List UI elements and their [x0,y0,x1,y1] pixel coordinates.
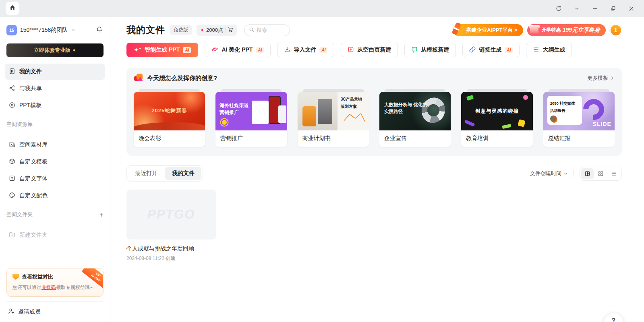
upgrade-pro-label: 立即体验专业版 [34,47,70,54]
ai-badge: AI [183,47,191,53]
benefits-desc: 您还可以通过兑换码领取专属权益哦~ [12,284,97,291]
template-label: 晚会表彰 [134,130,205,147]
upgrade-pro-button[interactable]: 立即体验专业版 ✦ [6,43,104,57]
sidebar-item-ppt-templates[interactable]: PPT模板 [5,97,105,114]
page-title: 我的文件 [126,24,165,36]
points-badge[interactable]: ✦ 2000点 [197,25,237,36]
sort-dropdown[interactable]: 文件创建时间 [530,170,568,177]
view-toggle-group [580,167,622,181]
close-icon[interactable] [628,6,634,12]
file-card[interactable]: PPTGO 个人成就与挑战之年度回顾 2024-08-08 11:22 创建 [126,190,216,262]
import-file-button[interactable]: 导入文件 AI [277,43,334,57]
new-blank-page-button[interactable]: 从空白页新建 [341,43,398,57]
search-box[interactable] [244,24,290,36]
template-plus-icon [411,46,418,54]
smart-generate-ppt-button[interactable]: ✦✦ 智能生成 PPT AI [126,43,198,57]
home-tab-button[interactable] [6,2,19,15]
ai-badge: AI [319,47,327,53]
action-label: 导入文件 [294,46,316,54]
template-label: 企业宣传 [379,130,451,147]
plan-badge: 免费版 [170,25,192,35]
template-card-summary-report[interactable]: 2050 社交媒体 活动报告 SLIDE 总结汇报 [543,89,615,147]
view-list-button[interactable] [608,168,620,179]
add-folder-icon[interactable]: + [99,211,104,218]
generate-from-link-button[interactable]: 链接生成 AI [462,43,520,57]
creative-banner: 今天想怎么发挥你的创意? 更多模板 2025蛇舞新春 晚会表彰 [126,68,622,156]
template-card-marketing[interactable]: 海外社媒渠道营销推广 营销推广 [215,89,287,147]
enterprise-aippt-banner[interactable]: 搭建企业AIPPT平台 > [453,24,523,36]
sidebar-item-my-files[interactable]: 我的文件 [5,64,105,80]
share-icon [9,85,15,93]
user-avatar[interactable]: 1 [610,24,622,36]
template-card-education[interactable]: 创意与灵感的碰撞 教育培训 [461,89,532,147]
sidebar-item-label: 自定义字体 [19,175,48,182]
more-templates-link[interactable]: 更多模板 [587,74,615,82]
sidebar-item-custom-colors[interactable]: 自定义配色 [5,188,105,204]
template-card-corporate[interactable]: 大数据分析与 优化的实践路径 企业宣传 [379,89,451,147]
tab-recently-opened[interactable]: 最近打开 [128,167,164,180]
view-small-grid-button[interactable] [594,168,607,179]
points-label: 2000点 [206,27,223,34]
file-grid: PPTGO 个人成就与挑战之年度回顾 2024-08-08 11:22 创建 [126,190,622,262]
sidebar-item-custom-fonts[interactable]: 自定义字体 [5,171,105,187]
action-button-row: ✦✦ 智能生成 PPT AI AI 美化 PPT AI 导入文件 AI [126,43,622,57]
benefits-promo-card[interactable]: 查看权益对比 您还可以通过兑换码领取专属权益哦~ VIP AI PPT [6,268,104,297]
redeem-code-link[interactable]: 兑换码 [41,285,56,290]
ai-beautify-ppt-button[interactable]: AI 美化 PPT AI [205,43,271,57]
ai-badge: AI [505,47,513,53]
ai-badge: AI [256,47,264,53]
team-name[interactable]: 150****7158的团队 [20,27,68,34]
view-large-grid-button[interactable] [581,168,594,179]
action-label: 从空白页新建 [357,46,391,54]
sidebar: 15 150****7158的团队 立即体验专业版 ✦ 我的文件 [0,17,110,322]
template-icon [9,102,15,109]
folder-plus-icon [9,231,15,239]
planet-icon [211,46,218,54]
template-label: 营销推广 [215,130,287,147]
vip-shield-icon [12,274,19,280]
notification-bell-icon[interactable] [96,26,103,35]
file-created-time: 2024-08-08 11:22 创建 [126,255,216,262]
minimize-icon[interactable] [592,6,598,12]
template-label: 教育培训 [461,130,532,147]
chevron-down-icon[interactable] [574,6,580,12]
sort-label: 文件创建时间 [530,170,561,177]
template-card-business-plan[interactable]: 3C产品营销 策划方案 商业计划书 [298,89,369,147]
template-label: 总结汇报 [543,130,615,147]
tab-my-files[interactable]: 我的文件 [165,167,201,180]
main-content: 我的文件 免费版 ✦ 2000点 搭建企业AIPPT平台 > [110,17,644,322]
file-thumbnail: PPTGO [126,190,216,239]
home-icon [9,4,16,12]
sidebar-item-new-folder[interactable]: 新建文件夹 [5,227,105,243]
sidebar-item-shared-with-me[interactable]: 与我共享 [5,80,105,97]
invite-members-label: 邀请成员 [18,308,41,316]
search-input[interactable] [257,27,285,33]
action-label: 从模板新建 [421,46,449,54]
gift-icon [529,23,540,34]
palette-icon [9,192,15,200]
invite-members-button[interactable]: 邀请成员 [6,301,104,322]
restore-window-icon[interactable] [610,6,616,12]
cart-icon[interactable] [228,27,233,33]
sidebar-item-custom-templates[interactable]: 自定义模板 [5,154,105,170]
team-chevron-down-icon[interactable] [71,28,75,33]
banner-title: 今天想怎么发挥你的创意? [147,74,217,82]
benefits-title: 查看权益对比 [22,273,53,281]
template-thumbnail: 创意与灵感的碰撞 [461,92,532,130]
window-titlebar [0,0,644,17]
action-label: 大纲生成 [543,46,565,54]
sale-banner[interactable]: 开学特惠 199元立享终身 [527,24,606,36]
sale-banner-main: 199元立享终身 [563,27,600,34]
outline-generate-button[interactable]: 大纲生成 [526,43,572,57]
template-thumbnail: 3C产品营销 策划方案 [298,92,369,130]
enterprise-banner-label: 搭建企业AIPPT平台 > [466,27,518,34]
new-from-template-button[interactable]: 从模板新建 [404,43,456,57]
pptgo-watermark: PPTGO [147,207,195,222]
file-title: 个人成就与挑战之年度回顾 [126,245,216,252]
files-tab-group: 最近打开 我的文件 [126,165,203,182]
sidebar-item-label: PPT模板 [19,102,41,109]
sidebar-item-asset-library[interactable]: 空间素材库 [5,137,105,153]
refresh-icon[interactable] [556,6,562,12]
template-card-gala[interactable]: 2025蛇舞新春 晚会表彰 [134,89,205,147]
sidebar-item-label: 自定义配色 [19,192,48,199]
